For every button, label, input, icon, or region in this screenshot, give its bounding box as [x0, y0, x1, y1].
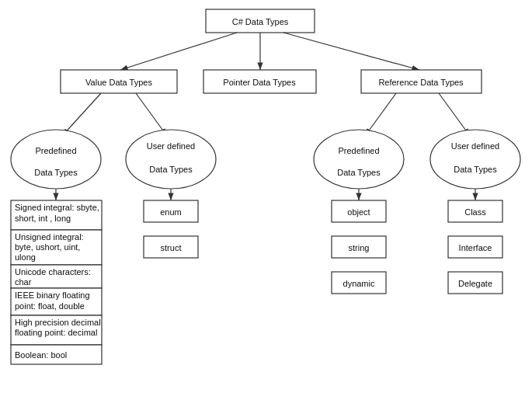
vpred-item5-text1: High precision decimal	[15, 318, 101, 327]
diagram: C# Data Types Value Data Types Pointer D…	[0, 0, 532, 400]
rpred-string-text: string	[349, 243, 370, 252]
value-predefined-label3: Data Types	[34, 168, 78, 177]
vpred-item1-text2: short, int , long	[15, 214, 71, 223]
value-user-label3: Data Types	[149, 165, 193, 174]
vpred-item6-text1: Boolean: bool	[15, 350, 67, 360]
value-label: Value Data Types	[85, 78, 152, 87]
ref-user-label1: User defined	[451, 141, 499, 151]
ref-predefined-ellipse	[314, 130, 404, 189]
pointer-label: Pointer Data Types	[223, 78, 296, 87]
vpred-item2-text3: ulong	[15, 252, 36, 262]
vpred-item2-text1: Unsigned integral:	[15, 232, 84, 242]
value-to-vuser-line	[136, 93, 167, 136]
vpred-item3-text1: Unicode characters:	[15, 267, 91, 277]
vpred-item5-text2: floating point: decimal	[15, 328, 97, 337]
value-predefined-ellipse	[11, 130, 101, 189]
rpred-object-text: object	[347, 207, 370, 217]
vuser-struct-text: struct	[161, 243, 182, 252]
ref-predefined-label3: Data Types	[337, 168, 381, 177]
rpred-dynamic-text: dynamic	[343, 279, 375, 288]
value-predefined-label1: Predefined	[35, 146, 76, 155]
value-user-label1: User defined	[147, 141, 195, 151]
vpred-item4-text2: point: float, double	[15, 301, 85, 311]
vpred-item2-text2: byte, ushort, uint,	[15, 242, 80, 252]
root-label: C# Data Types	[232, 17, 289, 26]
ref-user-label3: Data Types	[454, 165, 497, 174]
ref-predefined-label1: Predefined	[338, 146, 379, 155]
ref-to-ruser-line	[439, 93, 470, 136]
vpred-item4-text1: IEEE binary floating	[15, 290, 90, 300]
value-to-vpred-line	[62, 93, 101, 136]
vuser-enum-text: enum	[160, 207, 182, 217]
ruser-class-text: Class	[464, 207, 486, 217]
ref-user-ellipse	[430, 130, 520, 189]
vpred-item3-text2: char	[15, 277, 32, 287]
reference-label: Reference Data Types	[378, 78, 464, 87]
ruser-delegate-text: Delegate	[458, 279, 492, 288]
root-to-reference-line	[283, 33, 419, 70]
vpred-item1-text1: Signed integral: sbyte,	[15, 203, 99, 212]
ruser-interface-text: Interface	[459, 243, 492, 252]
root-to-value-line	[120, 33, 237, 70]
value-user-ellipse	[126, 130, 216, 189]
ref-to-rpred-line	[365, 93, 396, 136]
